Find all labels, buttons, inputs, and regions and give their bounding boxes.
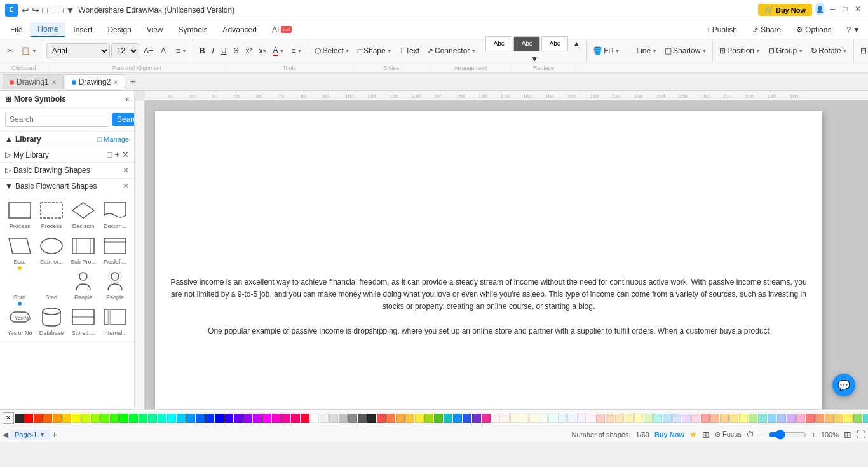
rotate-button[interactable]: ↻ Rotate ▼ xyxy=(808,44,850,58)
color-swatch[interactable] xyxy=(548,414,557,423)
color-swatch[interactable] xyxy=(663,414,672,423)
color-swatch[interactable] xyxy=(844,414,853,423)
search-input[interactable] xyxy=(5,112,109,127)
color-swatch[interactable] xyxy=(72,414,81,423)
menu-design[interactable]: Design xyxy=(100,23,139,37)
color-swatch[interactable] xyxy=(53,414,62,423)
strikethrough-button[interactable]: S xyxy=(231,44,242,58)
color-swatch[interactable] xyxy=(339,414,348,423)
color-swatch[interactable] xyxy=(224,414,233,423)
shape-yes-no[interactable]: Yes No Yes or No xyxy=(5,304,34,337)
color-swatch[interactable] xyxy=(434,414,443,423)
shape-start-circle-2[interactable]: Start xyxy=(37,269,66,302)
color-swatch[interactable] xyxy=(558,414,567,423)
library-chevron-icon[interactable]: ▲ xyxy=(5,135,13,144)
focus-button[interactable]: ⊙ Focus xyxy=(715,430,742,438)
color-swatch[interactable] xyxy=(634,414,643,423)
manage-button[interactable]: □ Manage xyxy=(98,135,129,143)
menu-view[interactable]: View xyxy=(139,23,171,37)
style-scroll-up[interactable]: ▲ xyxy=(569,36,583,51)
basic-flowchart-shapes-header[interactable]: ▼ Basic Flowchart Shapes ✕ xyxy=(0,179,134,194)
bold-button[interactable]: B xyxy=(196,44,208,58)
color-swatch[interactable] xyxy=(482,414,491,423)
color-swatch[interactable] xyxy=(348,414,357,423)
color-swatch[interactable] xyxy=(596,414,605,423)
search-button[interactable]: Search xyxy=(112,113,135,126)
style-abc-2[interactable]: Abc xyxy=(513,36,540,51)
shape-decision[interactable]: Decision xyxy=(69,198,98,231)
color-swatch[interactable] xyxy=(329,414,338,423)
tab-drawing1[interactable]: Drawing1 ✕ xyxy=(3,74,64,89)
close-button[interactable]: ✕ xyxy=(853,4,863,14)
color-swatch[interactable] xyxy=(396,414,405,423)
zoom-in-button[interactable]: + xyxy=(811,431,815,438)
color-swatch[interactable] xyxy=(853,414,862,423)
font-family-select[interactable]: Arial xyxy=(46,43,110,58)
shape-internal[interactable]: Internal... xyxy=(100,304,130,337)
chat-bot-button[interactable]: 💬 xyxy=(832,374,855,396)
shape-start-circle-1[interactable]: Start xyxy=(5,269,34,302)
align-shapes-button[interactable]: ⊟ Align ▼ xyxy=(857,44,869,58)
menu-file[interactable]: File xyxy=(3,23,30,37)
color-swatch[interactable] xyxy=(682,414,691,423)
color-swatch[interactable] xyxy=(358,414,367,423)
color-swatch[interactable] xyxy=(386,414,395,423)
shape-button[interactable]: □ Shape ▼ xyxy=(355,44,395,58)
my-library-close-icon[interactable]: ✕ xyxy=(122,150,129,159)
italic-button[interactable]: I xyxy=(209,44,217,58)
color-swatch[interactable] xyxy=(815,414,824,423)
shape-sub-process[interactable]: Sub Pro... xyxy=(69,233,98,266)
open-icon[interactable]: □ xyxy=(50,5,55,15)
shape-database[interactable]: Database xyxy=(37,304,66,337)
connector-button[interactable]: ↗ Connector ▼ xyxy=(424,44,479,58)
my-library-expand-icon[interactable]: ▷ xyxy=(5,151,11,159)
align-button[interactable]: ≡ ▼ xyxy=(173,44,190,58)
color-swatch[interactable] xyxy=(100,414,109,423)
shape-data[interactable]: Data xyxy=(5,233,34,266)
options-button[interactable]: ⚙ Options xyxy=(791,24,836,36)
color-swatch[interactable] xyxy=(577,414,586,423)
group-button[interactable]: ⊡ Group ▼ xyxy=(765,44,806,58)
menu-home[interactable]: Home xyxy=(30,22,65,37)
page-nav-left-icon[interactable]: ◀ xyxy=(3,430,8,439)
color-swatch[interactable] xyxy=(148,414,157,423)
color-swatch[interactable] xyxy=(253,414,262,423)
color-swatch[interactable] xyxy=(806,414,815,423)
tab-drawing2[interactable]: Drawing2 ✕ xyxy=(65,74,126,89)
color-swatch[interactable] xyxy=(424,414,433,423)
color-swatch[interactable] xyxy=(43,414,52,423)
subscript-button[interactable]: x₂ xyxy=(256,44,269,58)
color-swatch[interactable] xyxy=(272,414,281,423)
undo-icon[interactable]: ↩ xyxy=(22,5,29,15)
color-swatch[interactable] xyxy=(367,414,376,423)
user-avatar[interactable]: 👤 xyxy=(815,4,825,14)
menu-advanced[interactable]: Advanced xyxy=(215,23,264,37)
page-tab-1[interactable]: Page-1 ▼ xyxy=(10,430,50,440)
color-swatch[interactable] xyxy=(158,414,166,423)
style-abc-1[interactable]: Abc xyxy=(485,36,512,51)
my-library-add-icon[interactable]: + xyxy=(114,150,119,159)
no-fill-swatch[interactable]: ✕ xyxy=(3,412,14,424)
basic-drawing-shapes-header[interactable]: ▷ Basic Drawing Shapes ✕ xyxy=(0,163,134,178)
color-swatch[interactable] xyxy=(472,414,481,423)
more-icon[interactable]: ▼ xyxy=(65,5,74,15)
color-swatch[interactable] xyxy=(444,414,452,423)
menu-ai[interactable]: AI hot xyxy=(264,23,299,37)
shape-process-2[interactable]: Process xyxy=(37,198,66,231)
text-button[interactable]: T Text xyxy=(397,44,423,58)
tab-add-button[interactable]: + xyxy=(126,76,139,88)
color-swatch[interactable] xyxy=(567,414,576,423)
color-swatch[interactable] xyxy=(729,414,738,423)
color-swatch[interactable] xyxy=(491,414,500,423)
color-swatch[interactable] xyxy=(139,414,147,423)
font-decrease-button[interactable]: A- xyxy=(158,44,172,58)
color-swatch[interactable] xyxy=(234,414,243,423)
shape-predefined[interactable]: Predefi... xyxy=(100,233,130,266)
color-swatch[interactable] xyxy=(606,414,614,423)
color-swatch[interactable] xyxy=(205,414,214,423)
color-swatch[interactable] xyxy=(768,414,776,423)
color-swatch[interactable] xyxy=(62,414,71,423)
restore-button[interactable]: □ xyxy=(840,4,850,14)
color-swatch[interactable] xyxy=(463,414,471,423)
cut-button[interactable]: ✂ xyxy=(4,44,17,58)
